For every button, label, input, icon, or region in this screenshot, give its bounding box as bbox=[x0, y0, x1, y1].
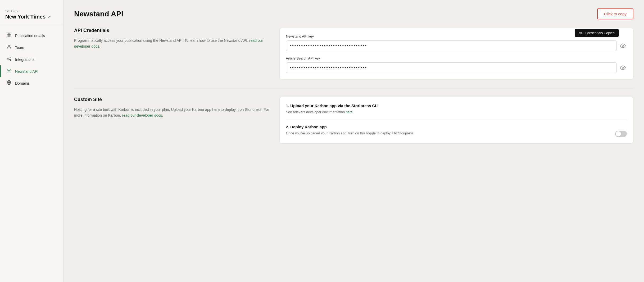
svg-point-5 bbox=[7, 58, 8, 59]
api-credentials-description: Programmatically access your publication… bbox=[74, 38, 271, 49]
newstand-api-icon bbox=[6, 68, 12, 75]
article-search-api-label: Article Search API key bbox=[286, 56, 627, 60]
svg-rect-3 bbox=[9, 35, 11, 37]
custom-site-left: Custom Site Hosting for a site built wit… bbox=[74, 97, 271, 144]
sidebar-item-label: Integrations bbox=[15, 57, 34, 62]
sidebar: Site Owner New York Times ↗ Publication … bbox=[0, 0, 64, 282]
step2-row: Once you've uploaded your Karbon app, tu… bbox=[286, 131, 627, 137]
team-icon bbox=[6, 44, 12, 51]
custom-site-docs-link[interactable]: read our developer docs. bbox=[122, 113, 163, 117]
svg-point-6 bbox=[10, 57, 11, 58]
sidebar-item-newstand-api[interactable]: Newstand API bbox=[0, 65, 63, 77]
api-credentials-right: Newstand API key API Credentials Copied bbox=[279, 28, 633, 80]
owner-name: New York Times ↗ bbox=[5, 14, 58, 20]
svg-point-14 bbox=[622, 45, 624, 47]
step2-desc: Once you've uploaded your Karbon app, tu… bbox=[286, 131, 415, 136]
sidebar-owner: Site Owner New York Times ↗ bbox=[0, 5, 63, 25]
toggle-api-key-visibility-button[interactable] bbox=[619, 42, 627, 50]
article-search-api-input[interactable] bbox=[286, 62, 617, 73]
svg-rect-2 bbox=[7, 35, 9, 37]
sidebar-item-label: Publication details bbox=[15, 34, 45, 38]
custom-site-description: Hosting for a site built with Karbon is … bbox=[74, 107, 271, 119]
publication-details-icon bbox=[6, 32, 12, 39]
sidebar-item-label: Newstand API bbox=[15, 69, 38, 74]
main-content: Newstand API Click to copy API Credentia… bbox=[64, 0, 644, 282]
step1-desc: See relevant developer documentation her… bbox=[286, 110, 627, 115]
api-credentials-section: API Credentials Programmatically access … bbox=[74, 28, 633, 80]
svg-line-8 bbox=[8, 58, 10, 58]
owner-label: Site Owner bbox=[5, 10, 58, 13]
svg-rect-0 bbox=[7, 33, 9, 35]
step1-docs-link[interactable]: here. bbox=[346, 110, 354, 114]
sidebar-nav: Publication details Team In bbox=[0, 28, 63, 91]
step2-title: 2. Deploy Karbon app bbox=[286, 125, 627, 129]
sidebar-item-domains[interactable]: Domains bbox=[0, 77, 63, 89]
custom-step-1: 1. Upload your Karbon app via the Storip… bbox=[286, 103, 627, 115]
api-key-input[interactable] bbox=[286, 40, 617, 51]
sidebar-item-label: Team bbox=[15, 46, 24, 50]
step-divider bbox=[286, 120, 627, 120]
sidebar-item-label: Domains bbox=[15, 81, 30, 85]
custom-site-card: 1. Upload your Karbon app via the Storip… bbox=[279, 97, 633, 144]
sidebar-item-integrations[interactable]: Integrations bbox=[0, 53, 63, 65]
sidebar-item-publication-details[interactable]: Publication details bbox=[0, 30, 63, 42]
step1-title: 1. Upload your Karbon app via the Storip… bbox=[286, 103, 627, 108]
api-copied-tooltip: API Credentials Copied bbox=[575, 29, 619, 37]
article-search-input-wrap bbox=[286, 62, 627, 73]
deploy-toggle[interactable] bbox=[615, 131, 627, 137]
section-divider bbox=[74, 88, 633, 88]
api-credentials-title: API Credentials bbox=[74, 28, 271, 33]
external-link-icon[interactable]: ↗ bbox=[48, 15, 51, 19]
main-header: Newstand API Click to copy bbox=[74, 8, 633, 19]
custom-site-right: 1. Upload your Karbon app via the Storip… bbox=[279, 97, 633, 144]
custom-site-section: Custom Site Hosting for a site built wit… bbox=[74, 97, 633, 144]
article-search-api-field: Article Search API key bbox=[286, 56, 627, 73]
api-key-input-wrap: API Credentials Copied bbox=[286, 40, 627, 51]
api-credentials-left: API Credentials Programmatically access … bbox=[74, 28, 271, 80]
page-title: Newstand API bbox=[74, 10, 123, 18]
custom-site-title: Custom Site bbox=[74, 97, 271, 102]
svg-point-15 bbox=[622, 67, 624, 69]
api-key-field: Newstand API key API Credentials Copied bbox=[286, 34, 627, 51]
svg-line-9 bbox=[8, 59, 10, 60]
svg-rect-1 bbox=[9, 33, 11, 35]
api-credentials-card: Newstand API key API Credentials Copied bbox=[279, 28, 633, 80]
custom-step-2: 2. Deploy Karbon app Once you've uploade… bbox=[286, 125, 627, 137]
integrations-icon bbox=[6, 56, 12, 63]
sidebar-item-team[interactable]: Team bbox=[0, 42, 63, 53]
svg-point-7 bbox=[10, 60, 11, 60]
svg-point-4 bbox=[8, 45, 10, 47]
svg-point-10 bbox=[8, 70, 10, 71]
domains-icon bbox=[6, 80, 12, 87]
toggle-article-key-visibility-button[interactable] bbox=[619, 64, 627, 72]
click-to-copy-button[interactable]: Click to copy bbox=[597, 8, 633, 19]
